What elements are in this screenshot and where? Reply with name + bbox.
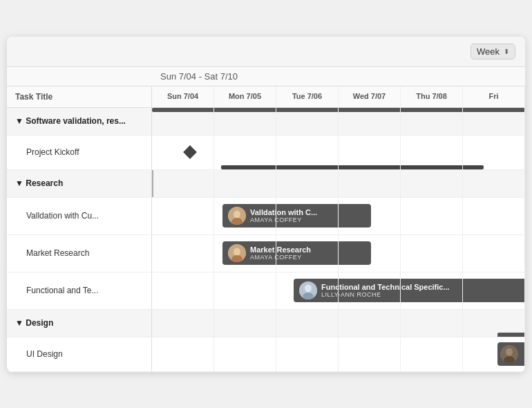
task-software-validation[interactable]: ▼ Software validation, res...: [7, 108, 152, 135]
day-cell: [152, 198, 214, 234]
day-cell: [152, 272, 214, 309]
row-project-kickoff: Project Kickoff: [7, 136, 525, 170]
day-cell: [276, 337, 339, 371]
day-cell: [276, 108, 339, 135]
day-cell: [339, 272, 401, 309]
day-cell: [214, 108, 276, 135]
day-cell: [463, 272, 525, 309]
day-cell: [339, 235, 401, 272]
week-arrow-icon: ⬍: [504, 48, 509, 55]
day-cell: [152, 310, 214, 337]
row-market-research: Market Research Market Research AMAYA CO…: [7, 235, 525, 272]
col-wed: Wed 7/07: [339, 86, 401, 107]
week-selector[interactable]: Week ⬍: [471, 44, 515, 59]
col-tue: Tue 7/06: [276, 86, 339, 107]
days-project-kickoff: [152, 136, 525, 169]
day-cell: [463, 136, 525, 169]
day-cell: [401, 235, 463, 272]
days-research: [152, 170, 525, 197]
col-sun: Sun 7/04: [152, 86, 214, 107]
day-cell: [152, 136, 214, 169]
gantt-header-row: Task Title Sun 7/04 Mon 7/05 Tue 7/06 We…: [7, 86, 525, 108]
day-cell: [214, 136, 276, 169]
col-thu: Thu 7/08: [401, 86, 463, 107]
day-cell: [152, 337, 214, 371]
date-range-bar: Sun 7/04 - Sat 7/10: [7, 67, 525, 86]
row-research: ▼ Research: [7, 170, 525, 198]
day-cell: [214, 198, 276, 234]
day-cell: [401, 272, 463, 309]
day-cell: [276, 198, 339, 234]
day-cell: [152, 108, 214, 135]
day-cell: [152, 170, 214, 197]
day-cell: [401, 337, 463, 371]
day-cell: [214, 235, 276, 272]
days-software-validation: [152, 108, 525, 135]
day-cell: [152, 235, 214, 272]
days-market-research: Market Research AMAYA COFFEY: [152, 235, 525, 272]
row-validation-cu: Valldation with Cu... Valldation with C.…: [7, 198, 525, 235]
day-cell: [276, 170, 339, 197]
row-software-validation: ▼ Software validation, res...: [7, 108, 525, 136]
day-cell: [214, 337, 276, 371]
day-cell: [339, 136, 401, 169]
day-cell: [401, 136, 463, 169]
day-cell: [463, 108, 525, 135]
days-functional: Functional and Technical Specific... LIL…: [152, 272, 525, 309]
days-design: [152, 310, 525, 337]
day-cell: [339, 337, 401, 371]
week-label: Week: [477, 46, 500, 57]
day-cell: [401, 170, 463, 197]
day-cell: [276, 235, 339, 272]
day-cell: [276, 272, 339, 309]
day-cell: [339, 108, 401, 135]
day-cell: [401, 198, 463, 234]
day-cell: [463, 170, 525, 197]
day-cell: [401, 108, 463, 135]
day-cell: [339, 310, 401, 337]
day-cell: [214, 310, 276, 337]
gantt-container: Week ⬍ Sun 7/04 - Sat 7/10 Task Title Su…: [7, 37, 525, 372]
task-design[interactable]: ▼ Design: [7, 310, 152, 337]
day-cell: [401, 310, 463, 337]
days-validation-cu: Valldation with C... AMAYA COFFEY: [152, 198, 525, 234]
task-title-header: Task Title: [7, 86, 152, 107]
row-ui-design: UI Design: [7, 337, 525, 372]
days-ui-design: [152, 337, 525, 371]
task-market-research[interactable]: Market Research: [7, 235, 152, 272]
day-cell: [463, 310, 525, 337]
task-functional[interactable]: Functional and Te...: [7, 272, 152, 309]
task-validation-cu[interactable]: Valldation with Cu...: [7, 198, 152, 234]
day-cell: [276, 136, 339, 169]
day-cell: [214, 272, 276, 309]
date-range-label: Sun 7/04 - Sat 7/10: [152, 67, 246, 86]
day-cell: [463, 235, 525, 272]
col-fri: Fri: [463, 86, 525, 107]
row-functional: Functional and Te... Functional and Tech…: [7, 272, 525, 310]
task-ui-design[interactable]: UI Design: [7, 337, 152, 371]
gantt-toolbar: Week ⬍: [7, 37, 525, 67]
day-cell: [214, 170, 276, 197]
col-mon: Mon 7/05: [214, 86, 276, 107]
day-cell: [339, 170, 401, 197]
task-project-kickoff[interactable]: Project Kickoff: [7, 136, 152, 169]
day-cell: [276, 310, 339, 337]
day-cell: [339, 198, 401, 234]
row-design: ▼ Design: [7, 310, 525, 337]
day-cell: [463, 198, 525, 234]
task-research[interactable]: ▼ Research: [7, 170, 152, 197]
day-cell: [463, 337, 525, 371]
